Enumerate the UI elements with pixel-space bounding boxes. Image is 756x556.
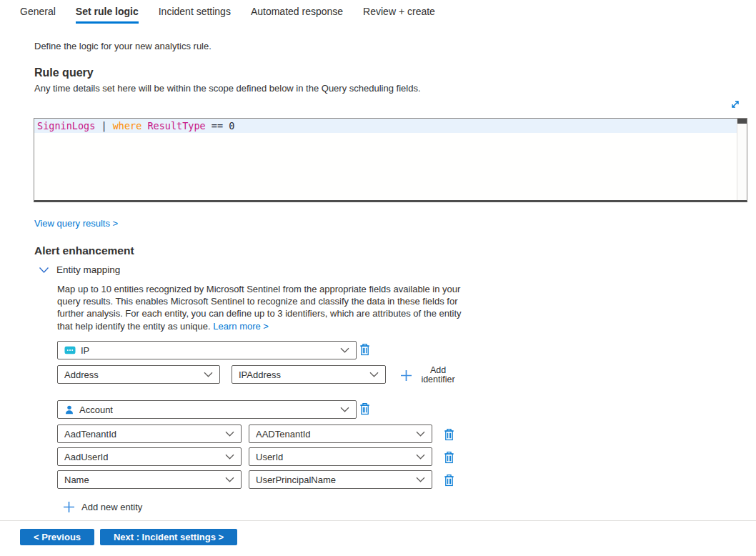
- trash-icon: [444, 478, 454, 489]
- chevron-down-icon: [204, 372, 213, 377]
- value-dropdown[interactable]: UserId: [249, 447, 432, 466]
- rule-query-subtitle: Any time details set here will be within…: [34, 83, 421, 94]
- query-editor[interactable]: SigninLogs | where ResultType == 0: [34, 118, 747, 202]
- identifier-value: Address: [64, 369, 99, 380]
- tab-incident-settings[interactable]: Incident settings: [159, 6, 231, 21]
- tab-review-create[interactable]: Review + create: [363, 6, 435, 21]
- tab-set-rule-logic[interactable]: Set rule logic: [76, 6, 139, 24]
- identifier-value: AadUserId: [64, 452, 108, 462]
- chevron-down-icon: [340, 407, 349, 412]
- value-value: UserId: [256, 452, 283, 462]
- query-token: ResultType: [141, 120, 212, 131]
- tab-automated-response[interactable]: Automated response: [251, 6, 343, 21]
- add-new-entity-label: Add new entity: [81, 502, 142, 512]
- rule-query-title: Rule query: [34, 66, 94, 79]
- query-token: SigninLogs: [37, 120, 95, 131]
- chevron-down-icon: [369, 372, 379, 377]
- plus-icon: [63, 501, 75, 513]
- query-token: == 0: [212, 120, 235, 131]
- tab-general[interactable]: General: [20, 6, 56, 21]
- query-token: |: [95, 120, 112, 131]
- query-code-line[interactable]: SigninLogs | where ResultType == 0: [37, 120, 234, 131]
- delete-identifier-button[interactable]: [444, 474, 454, 487]
- value-value: IPAddress: [239, 369, 281, 380]
- identifier-dropdown[interactable]: AadTenantId: [57, 425, 242, 443]
- learn-more-link[interactable]: Learn more >: [213, 321, 269, 332]
- entity-type-dropdown-account[interactable]: Account: [57, 400, 357, 419]
- entity-type-dropdown-ip[interactable]: IP: [57, 341, 357, 359]
- delete-entity-button[interactable]: [359, 343, 370, 356]
- value-dropdown[interactable]: UserPrincipalName: [249, 470, 432, 489]
- delete-entity-button[interactable]: [359, 402, 370, 415]
- next-button[interactable]: Next : Incident settings >: [100, 529, 237, 545]
- trash-icon: [444, 455, 454, 466]
- plus-icon: [400, 369, 412, 382]
- chevron-down-icon: [225, 431, 234, 437]
- entity-mapping-label: Entity mapping: [56, 264, 120, 275]
- chevron-down-icon: [225, 477, 234, 482]
- chevron-down-icon[interactable]: [39, 267, 49, 274]
- value-value: AADTenantId: [256, 429, 311, 440]
- entity-mapping-description: Map up to 10 entities recognized by Micr…: [57, 283, 470, 332]
- identifier-dropdown[interactable]: AadUserId: [57, 447, 242, 466]
- identifier-value: AadTenantId: [64, 429, 116, 440]
- add-identifier-button[interactable]: Add identifier: [400, 366, 457, 384]
- value-value: UserPrincipalName: [256, 475, 336, 485]
- chevron-down-icon: [416, 477, 425, 482]
- identifier-dropdown-address[interactable]: Address: [57, 365, 220, 384]
- view-query-results-link[interactable]: View query results >: [34, 218, 118, 229]
- account-icon: [64, 404, 74, 415]
- expand-editor-button[interactable]: [730, 99, 741, 110]
- add-identifier-label: Add identifier: [419, 366, 457, 384]
- add-new-entity-button[interactable]: Add new entity: [63, 501, 142, 513]
- chevron-down-icon: [340, 347, 349, 353]
- intro-text: Define the logic for your new analytics …: [34, 41, 212, 51]
- value-dropdown[interactable]: AADTenantId: [249, 425, 432, 443]
- wizard-tabs: General Set rule logic Incident settings…: [20, 6, 435, 24]
- footer-divider: [0, 520, 756, 521]
- trash-icon: [359, 407, 370, 417]
- chevron-down-icon: [416, 454, 425, 460]
- entity-mapping-header[interactable]: Entity mapping: [39, 264, 120, 275]
- delete-identifier-button[interactable]: [444, 451, 454, 464]
- entity-type-value: IP: [81, 345, 89, 356]
- identifier-dropdown[interactable]: Name: [57, 470, 242, 489]
- alert-enhancement-title: Alert enhancement: [34, 244, 134, 257]
- value-dropdown-ipaddress[interactable]: IPAddress: [232, 365, 386, 384]
- ip-icon: [64, 346, 76, 354]
- expand-icon: [730, 101, 741, 112]
- chevron-down-icon: [416, 431, 425, 437]
- delete-identifier-button[interactable]: [444, 428, 454, 441]
- editor-vertical-scrollbar[interactable]: [737, 119, 747, 200]
- identifier-value: Name: [64, 475, 89, 485]
- query-token: where: [113, 120, 142, 131]
- trash-icon: [444, 432, 454, 443]
- entity-type-value: Account: [79, 404, 113, 415]
- previous-button[interactable]: < Previous: [20, 529, 94, 545]
- editor-scrollbar-thumb[interactable]: [737, 119, 747, 124]
- chevron-down-icon: [225, 454, 234, 460]
- trash-icon: [359, 347, 370, 358]
- set-rule-logic-page: General Set rule logic Incident settings…: [0, 0, 756, 556]
